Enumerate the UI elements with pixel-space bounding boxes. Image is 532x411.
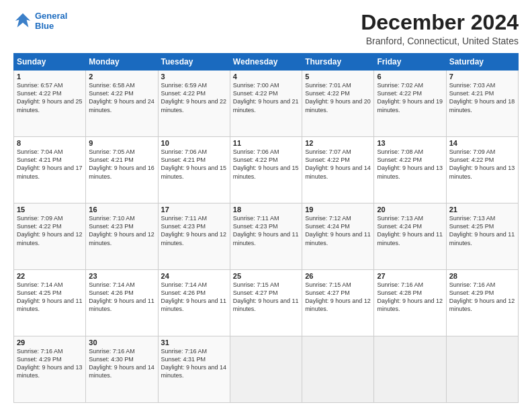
day-info: Sunrise: 7:09 AMSunset: 4:22 PMDaylight:… [449,148,515,181]
day-number: 9 [89,139,154,147]
day-number: 7 [449,73,515,81]
day-number: 18 [233,205,299,214]
header-cell-saturday: Saturday [446,54,518,71]
day-info: Sunrise: 7:06 AMSunset: 4:22 PMDaylight:… [233,148,299,181]
calendar-cell: 25Sunrise: 7:15 AMSunset: 4:27 PMDayligh… [230,270,302,336]
day-info: Sunrise: 7:00 AMSunset: 4:22 PMDaylight:… [233,81,299,114]
calendar-cell: 11Sunrise: 7:06 AMSunset: 4:22 PMDayligh… [230,137,302,203]
calendar-cell: 8Sunrise: 7:04 AMSunset: 4:21 PMDaylight… [14,137,86,203]
day-info: Sunrise: 7:09 AMSunset: 4:22 PMDaylight:… [17,214,83,247]
day-number: 11 [233,139,299,147]
calendar-cell: 4Sunrise: 7:00 AMSunset: 4:22 PMDaylight… [230,71,302,137]
calendar-header-row: SundayMondayTuesdayWednesdayThursdayFrid… [14,54,519,71]
day-number: 1 [17,73,83,81]
calendar-cell: 18Sunrise: 7:11 AMSunset: 4:23 PMDayligh… [230,203,302,270]
calendar-cell: 30Sunrise: 7:16 AMSunset: 4:30 PMDayligh… [86,336,158,403]
day-info: Sunrise: 7:14 AMSunset: 4:26 PMDaylight:… [161,281,227,314]
header: General Blue December 2024 Branford, Con… [13,11,519,46]
day-number: 13 [377,139,443,147]
header-cell-sunday: Sunday [14,54,86,71]
calendar-cell: 22Sunrise: 7:14 AMSunset: 4:25 PMDayligh… [14,270,86,336]
day-info: Sunrise: 7:16 AMSunset: 4:29 PMDaylight:… [449,281,515,314]
day-info: Sunrise: 7:06 AMSunset: 4:21 PMDaylight:… [161,148,227,181]
main-title: December 2024 [361,11,519,34]
day-info: Sunrise: 7:05 AMSunset: 4:21 PMDaylight:… [89,148,154,181]
day-number: 31 [161,338,227,347]
calendar-week-5: 29Sunrise: 7:16 AMSunset: 4:29 PMDayligh… [14,336,519,403]
calendar-cell: 24Sunrise: 7:14 AMSunset: 4:26 PMDayligh… [158,270,230,336]
calendar-cell: 14Sunrise: 7:09 AMSunset: 4:22 PMDayligh… [446,137,518,203]
calendar-cell: 10Sunrise: 7:06 AMSunset: 4:21 PMDayligh… [158,137,230,203]
calendar-cell: 27Sunrise: 7:16 AMSunset: 4:28 PMDayligh… [374,270,446,336]
day-number: 19 [305,205,371,214]
subtitle: Branford, Connecticut, United States [361,36,519,46]
calendar-table: SundayMondayTuesdayWednesdayThursdayFrid… [13,53,519,403]
day-number: 12 [305,139,371,147]
day-info: Sunrise: 7:13 AMSunset: 4:25 PMDaylight:… [449,214,515,247]
day-number: 14 [449,139,515,147]
day-info: Sunrise: 7:14 AMSunset: 4:26 PMDaylight:… [89,281,154,314]
day-info: Sunrise: 7:11 AMSunset: 4:23 PMDaylight:… [161,214,227,247]
day-number: 5 [305,73,371,81]
day-number: 24 [161,272,227,280]
day-info: Sunrise: 7:11 AMSunset: 4:23 PMDaylight:… [233,214,299,247]
day-number: 30 [89,338,154,347]
calendar-cell: 29Sunrise: 7:16 AMSunset: 4:29 PMDayligh… [14,336,86,403]
day-number: 15 [17,205,83,214]
logo: General Blue [13,11,67,31]
day-number: 27 [377,272,443,280]
day-number: 2 [89,73,154,81]
day-info: Sunrise: 7:16 AMSunset: 4:30 PMDaylight:… [89,347,154,380]
day-info: Sunrise: 7:14 AMSunset: 4:25 PMDaylight:… [17,281,83,314]
calendar-cell: 28Sunrise: 7:16 AMSunset: 4:29 PMDayligh… [446,270,518,336]
calendar-cell [302,336,374,403]
day-number: 17 [161,205,227,214]
calendar-cell: 2Sunrise: 6:58 AMSunset: 4:22 PMDaylight… [86,71,158,137]
day-number: 23 [89,272,154,280]
day-info: Sunrise: 7:07 AMSunset: 4:22 PMDaylight:… [305,148,371,181]
day-info: Sunrise: 7:15 AMSunset: 4:27 PMDaylight:… [305,281,371,314]
svg-marker-0 [15,13,30,28]
calendar-cell: 9Sunrise: 7:05 AMSunset: 4:21 PMDaylight… [86,137,158,203]
calendar-cell: 5Sunrise: 7:01 AMSunset: 4:22 PMDaylight… [302,71,374,137]
calendar-cell [446,336,518,403]
day-info: Sunrise: 7:13 AMSunset: 4:24 PMDaylight:… [377,214,443,247]
day-number: 26 [305,272,371,280]
day-info: Sunrise: 7:10 AMSunset: 4:23 PMDaylight:… [89,214,154,247]
day-info: Sunrise: 7:02 AMSunset: 4:22 PMDaylight:… [377,81,443,114]
page: General Blue December 2024 Branford, Con… [0,0,532,411]
day-number: 6 [377,73,443,81]
day-number: 20 [377,205,443,214]
day-number: 3 [161,73,227,81]
calendar-week-1: 1Sunrise: 6:57 AMSunset: 4:22 PMDaylight… [14,71,519,137]
day-info: Sunrise: 6:57 AMSunset: 4:22 PMDaylight:… [17,81,83,114]
calendar-cell: 13Sunrise: 7:08 AMSunset: 4:22 PMDayligh… [374,137,446,203]
day-number: 8 [17,139,83,147]
day-info: Sunrise: 7:16 AMSunset: 4:28 PMDaylight:… [377,281,443,314]
day-info: Sunrise: 7:04 AMSunset: 4:21 PMDaylight:… [17,148,83,181]
day-info: Sunrise: 6:58 AMSunset: 4:22 PMDaylight:… [89,81,154,114]
calendar-cell: 7Sunrise: 7:03 AMSunset: 4:21 PMDaylight… [446,71,518,137]
day-info: Sunrise: 7:12 AMSunset: 4:24 PMDaylight:… [305,214,371,247]
day-number: 28 [449,272,515,280]
calendar-cell: 21Sunrise: 7:13 AMSunset: 4:25 PMDayligh… [446,203,518,270]
calendar-cell: 26Sunrise: 7:15 AMSunset: 4:27 PMDayligh… [302,270,374,336]
calendar-cell: 19Sunrise: 7:12 AMSunset: 4:24 PMDayligh… [302,203,374,270]
calendar-cell: 23Sunrise: 7:14 AMSunset: 4:26 PMDayligh… [86,270,158,336]
header-cell-thursday: Thursday [302,54,374,71]
header-cell-wednesday: Wednesday [230,54,302,71]
day-info: Sunrise: 7:01 AMSunset: 4:22 PMDaylight:… [305,81,371,114]
day-number: 10 [161,139,227,147]
calendar-week-4: 22Sunrise: 7:14 AMSunset: 4:25 PMDayligh… [14,270,519,336]
day-number: 21 [449,205,515,214]
header-cell-monday: Monday [86,54,158,71]
day-number: 16 [89,205,154,214]
calendar-week-3: 15Sunrise: 7:09 AMSunset: 4:22 PMDayligh… [14,203,519,270]
calendar-week-2: 8Sunrise: 7:04 AMSunset: 4:21 PMDaylight… [14,137,519,203]
header-cell-friday: Friday [374,54,446,71]
calendar-cell: 1Sunrise: 6:57 AMSunset: 4:22 PMDaylight… [14,71,86,137]
day-number: 22 [17,272,83,280]
logo-icon [13,11,32,30]
day-number: 4 [233,73,299,81]
header-cell-tuesday: Tuesday [158,54,230,71]
